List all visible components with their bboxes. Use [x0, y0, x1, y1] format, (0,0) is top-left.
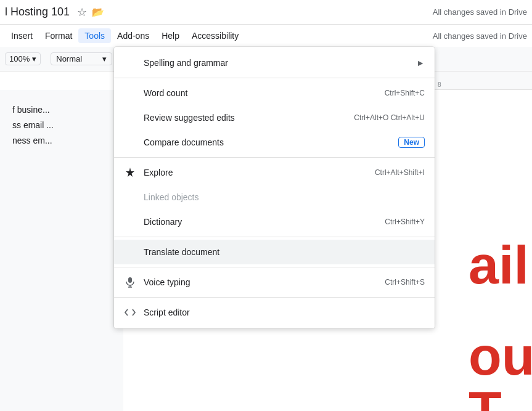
menu-compare-docs[interactable]: Compare documents New — [114, 130, 435, 155]
review-edits-icon-placeholder — [124, 112, 136, 124]
menu-script-editor[interactable]: Script editor — [114, 300, 435, 325]
document-title: l Hosting 101 — [5, 6, 70, 18]
linked-objects-label: Linked objects — [144, 192, 425, 202]
zoom-chevron: ▾ — [32, 54, 36, 63]
compare-docs-badge: New — [398, 137, 425, 148]
zoom-selector[interactable]: 100% ▾ — [5, 52, 41, 65]
menu-explore[interactable]: Explore Ctrl+Alt+Shift+I — [114, 160, 435, 185]
menu-linked-objects: Linked objects — [114, 185, 435, 210]
voice-typing-label: Voice typing — [144, 277, 385, 287]
divider-3 — [114, 237, 435, 237]
review-edits-label: Review suggested edits — [144, 113, 354, 123]
mic-icon — [124, 276, 136, 288]
spelling-icon-placeholder — [124, 57, 136, 69]
style-chevron: ▾ — [102, 54, 107, 63]
code-icon — [124, 306, 136, 319]
explore-shortcut: Ctrl+Alt+Shift+I — [375, 168, 425, 177]
word-count-icon-placeholder — [124, 87, 136, 99]
folder-icon[interactable]: 📂 — [92, 6, 104, 18]
dictionary-shortcut: Ctrl+Shift+Y — [385, 218, 425, 226]
script-editor-label: Script editor — [144, 307, 425, 317]
divider-4 — [114, 267, 435, 267]
menu-spelling[interactable]: Spelling and grammar ► — [114, 51, 435, 75]
save-status-menu: All changes saved in Drive — [433, 31, 527, 41]
ruler-marker: 8 — [438, 81, 441, 88]
voice-typing-shortcut: Ctrl+Shift+S — [385, 278, 425, 287]
menu-item-accessibility[interactable]: Accessibility — [186, 28, 245, 43]
svg-rect-0 — [128, 277, 132, 283]
explore-label: Explore — [144, 168, 375, 177]
menu-voice-typing[interactable]: Voice typing Ctrl+Shift+S — [114, 270, 435, 295]
compare-docs-icon-placeholder — [124, 136, 136, 149]
divider-2 — [114, 157, 435, 158]
menu-translate[interactable]: Translate document — [114, 240, 435, 264]
dictionary-icon-placeholder — [124, 216, 136, 228]
doc-line-2: ss email ... — [12, 118, 111, 133]
menu-item-addons[interactable]: Add-ons — [111, 28, 155, 43]
style-selector[interactable]: Normal ▾ — [51, 52, 112, 65]
explore-icon — [124, 166, 136, 179]
dictionary-label: Dictionary — [144, 217, 385, 227]
tools-dropdown: Spelling and grammar ► Word count Ctrl+S… — [114, 47, 435, 328]
star-icon[interactable]: ☆ — [77, 6, 87, 19]
doc-line-3: ness em... — [12, 133, 111, 149]
menu-word-count[interactable]: Word count Ctrl+Shift+C — [114, 81, 435, 105]
document-area: f busine... ss email ... ness em... — [0, 90, 123, 411]
menu-item-format[interactable]: Format — [39, 28, 78, 43]
divider-1 — [114, 78, 435, 78]
spelling-arrow: ► — [416, 58, 425, 68]
top-bar: l Hosting 101 ☆ 📂 All changes saved in D… — [0, 0, 532, 25]
translate-icon-placeholder — [124, 246, 136, 258]
save-status: All changes saved in Drive — [433, 7, 527, 17]
word-count-shortcut: Ctrl+Shift+C — [385, 89, 425, 97]
spelling-label: Spelling and grammar — [144, 58, 411, 68]
translate-label: Translate document — [144, 247, 425, 257]
right-big-text-1: ail — [469, 90, 532, 292]
menu-review-edits[interactable]: Review suggested edits Ctrl+Alt+O Ctrl+A… — [114, 105, 435, 130]
zoom-value: 100% — [9, 54, 30, 63]
right-big-text-2: out T — [469, 329, 532, 411]
menu-bar: Insert Format Tools Add-ons Help Accessi… — [0, 25, 532, 47]
word-count-label: Word count — [144, 88, 385, 98]
doc-content: f busine... ss email ... ness em... — [0, 90, 123, 161]
menu-item-tools[interactable]: Tools — [78, 28, 111, 43]
menu-item-insert[interactable]: Insert — [5, 28, 39, 43]
doc-line-1: f busine... — [12, 102, 111, 118]
style-value: Normal — [56, 54, 82, 63]
compare-docs-label: Compare documents — [144, 137, 393, 147]
review-edits-shortcut: Ctrl+Alt+O Ctrl+Alt+U — [354, 113, 425, 122]
menu-item-help[interactable]: Help — [155, 28, 186, 43]
linked-objects-icon-placeholder — [124, 191, 136, 203]
right-content-area: ail out T — [469, 90, 532, 411]
menu-dictionary[interactable]: Dictionary Ctrl+Shift+Y — [114, 210, 435, 234]
divider-5 — [114, 297, 435, 298]
